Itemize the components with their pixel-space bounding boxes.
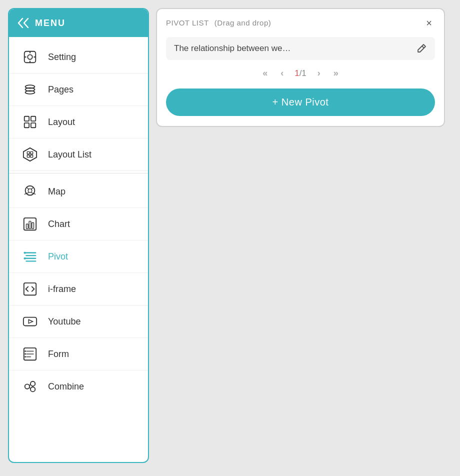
svg-rect-14	[27, 152, 30, 154]
sidebar-item-map[interactable]: Map	[9, 176, 148, 208]
svg-point-45	[30, 382, 35, 386]
sidebar-item-layout-list[interactable]: Layout List	[9, 138, 148, 171]
next-page-button[interactable]: ›	[316, 67, 322, 80]
svg-rect-35	[24, 318, 36, 326]
prev-page-button[interactable]: ‹	[278, 67, 286, 80]
sidebar-item-pages[interactable]: Pages	[9, 74, 148, 106]
svg-line-22	[27, 188, 29, 190]
svg-rect-16	[27, 155, 30, 158]
sidebar-item-label-combine: Combine	[48, 382, 84, 392]
svg-point-41	[24, 350, 26, 352]
sidebar-item-label-layout-list: Layout List	[48, 150, 92, 160]
sidebar-item-chart[interactable]: Chart	[9, 208, 148, 240]
main-panel: PIVOT LIST (Drag and drop) × The relatio…	[156, 8, 452, 127]
sidebar-item-pivot[interactable]: Pivot	[9, 240, 148, 273]
new-pivot-button[interactable]: + New Pivot	[166, 88, 435, 116]
gear-icon	[21, 48, 39, 66]
sidebar-item-label-iframe: i-frame	[48, 284, 76, 294]
svg-rect-10	[31, 116, 36, 121]
svg-line-49	[422, 46, 424, 48]
svg-rect-26	[29, 221, 31, 228]
sidebar-item-label-youtube: Youtube	[48, 316, 80, 327]
svg-rect-9	[24, 116, 29, 121]
svg-marker-36	[28, 320, 32, 324]
sidebar-item-label-setting: Setting	[48, 52, 76, 62]
pivot-item-text: The relationship between we…	[174, 44, 411, 54]
svg-point-18	[26, 186, 35, 196]
iframe-icon	[21, 280, 39, 298]
layout-icon	[21, 113, 39, 131]
sidebar-divider-1	[9, 173, 148, 174]
back-button[interactable]	[17, 18, 30, 28]
pivot-list-title: PIVOT LIST (Drag and drop)	[166, 18, 271, 28]
svg-rect-27	[32, 222, 34, 228]
sidebar-item-combine[interactable]: Combine	[9, 370, 148, 402]
combine-icon	[21, 378, 39, 396]
close-button[interactable]: ×	[423, 17, 435, 29]
pivot-list-box: PIVOT LIST (Drag and drop) × The relatio…	[156, 8, 445, 127]
layout-list-icon	[21, 146, 39, 164]
sidebar: MENU Setting	[8, 8, 149, 463]
sidebar-item-label-chart: Chart	[48, 219, 70, 230]
sidebar-item-layout[interactable]: Layout	[9, 106, 148, 138]
sidebar-header: MENU	[9, 9, 148, 37]
pivot-icon	[21, 248, 39, 266]
svg-line-23	[31, 188, 33, 190]
sidebar-item-label-pages: Pages	[48, 84, 74, 95]
chart-icon	[21, 215, 39, 233]
pages-icon	[21, 80, 39, 98]
svg-point-1	[28, 54, 32, 59]
map-icon	[21, 182, 39, 200]
pagination: « ‹ 1/1 › »	[166, 67, 435, 80]
svg-rect-32	[24, 252, 26, 254]
edit-pivot-button[interactable]	[416, 43, 427, 54]
sidebar-item-label-form: Form	[48, 349, 69, 360]
sidebar-item-youtube[interactable]: Youtube	[9, 306, 148, 338]
svg-rect-17	[30, 155, 33, 158]
sidebar-item-label-layout: Layout	[48, 117, 75, 128]
sidebar-items-list: Setting Pages L	[9, 37, 148, 462]
pivot-item-row: The relationship between we…	[166, 37, 435, 60]
first-page-button[interactable]: «	[260, 67, 270, 80]
sidebar-item-label-pivot: Pivot	[48, 252, 68, 262]
svg-rect-33	[24, 258, 26, 260]
page-info: 1/1	[294, 68, 306, 78]
svg-rect-12	[31, 123, 36, 128]
svg-point-46	[30, 387, 35, 392]
form-icon	[21, 345, 39, 363]
sidebar-item-form[interactable]: Form	[9, 338, 148, 370]
svg-point-44	[25, 384, 30, 388]
pivot-list-header: PIVOT LIST (Drag and drop) ×	[166, 17, 435, 29]
sidebar-item-label-map: Map	[48, 186, 66, 197]
svg-rect-11	[24, 123, 29, 128]
svg-point-43	[24, 356, 26, 358]
svg-point-42	[24, 354, 26, 355]
sidebar-item-setting[interactable]: Setting	[9, 41, 148, 74]
svg-marker-13	[24, 148, 36, 161]
svg-rect-25	[26, 224, 28, 228]
youtube-icon	[21, 312, 39, 330]
last-page-button[interactable]: »	[332, 67, 340, 80]
svg-rect-24	[24, 218, 36, 230]
svg-rect-15	[30, 152, 33, 154]
sidebar-item-iframe[interactable]: i-frame	[9, 273, 148, 306]
menu-title: MENU	[35, 18, 66, 28]
